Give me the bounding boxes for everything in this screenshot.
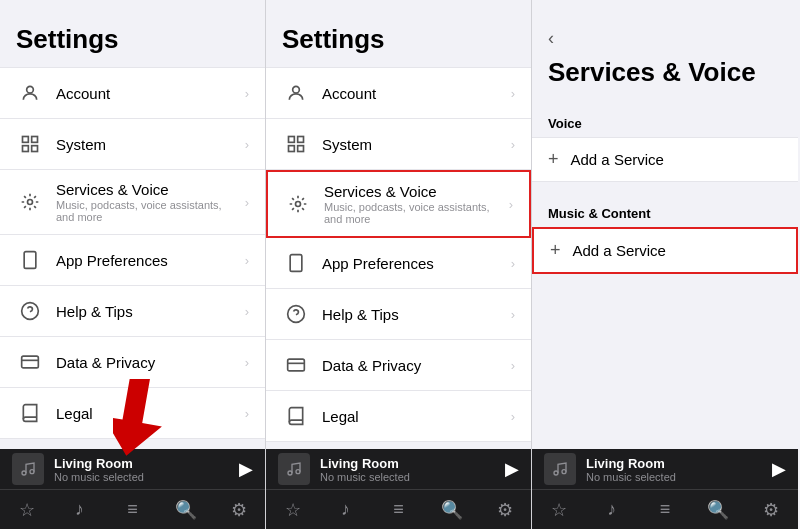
player-music-icon-2 (278, 453, 310, 485)
panel-2-list: Account › System › Services & Voice (266, 67, 531, 442)
player-track-2: No music selected (320, 471, 497, 483)
p2-help-icon (282, 300, 310, 328)
player-bar-1[interactable]: Living Room No music selected ▶ ☆ ♪ ≡ 🔍 … (0, 449, 265, 529)
account-label: Account (56, 85, 241, 102)
p2-settings-item-account[interactable]: Account › (266, 67, 531, 119)
player-music-icon-1 (12, 453, 44, 485)
nav-star-3[interactable]: ☆ (539, 490, 579, 530)
p2-chevron-icon: › (511, 137, 515, 152)
data-icon (16, 348, 44, 376)
nav-music-2[interactable]: ♪ (326, 490, 366, 530)
voice-section-header: Voice (532, 100, 798, 137)
player-top-3[interactable]: Living Room No music selected ▶ (532, 449, 798, 489)
p2-settings-item-data-privacy[interactable]: Data & Privacy › (266, 340, 531, 391)
chevron-icon: › (245, 253, 249, 268)
add-music-service-label: Add a Service (573, 242, 666, 259)
svg-point-30 (562, 470, 566, 474)
p2-grid-icon (282, 130, 310, 158)
chevron-icon: › (245, 304, 249, 319)
panel-3-content: ‹ Services & Voice Voice + Add a Service… (532, 0, 798, 449)
svg-point-5 (28, 200, 33, 205)
help-label: Help & Tips (56, 303, 241, 320)
p2-services-label: Services & Voice (324, 183, 505, 200)
red-arrow (113, 379, 183, 463)
settings-item-services[interactable]: Services & Voice Music, podcasts, voice … (0, 170, 265, 235)
svg-rect-6 (24, 252, 36, 269)
nav-music-3[interactable]: ♪ (592, 490, 632, 530)
book-icon (16, 399, 44, 427)
nav-music-1[interactable]: ♪ (60, 490, 100, 530)
svg-rect-4 (32, 146, 38, 152)
p2-settings-item-app-prefs[interactable]: App Preferences › (266, 238, 531, 289)
p2-services-text: Services & Voice Music, podcasts, voice … (324, 183, 505, 225)
panel-3: ‹ Services & Voice Voice + Add a Service… (532, 0, 798, 529)
play-button-2[interactable]: ▶ (505, 458, 519, 480)
settings-item-system[interactable]: System › (0, 119, 265, 170)
p2-book-icon (282, 402, 310, 430)
p2-chevron-icon: › (511, 358, 515, 373)
p2-chevron-icon: › (511, 86, 515, 101)
player-track-3: No music selected (586, 471, 764, 483)
nav-search-1[interactable]: 🔍 (166, 490, 206, 530)
p2-chevron-icon: › (509, 197, 513, 212)
svg-point-0 (27, 86, 34, 93)
player-bar-3[interactable]: Living Room No music selected ▶ ☆ ♪ ≡ 🔍 … (532, 449, 798, 529)
settings-item-app-prefs[interactable]: App Preferences › (0, 235, 265, 286)
p2-settings-item-system[interactable]: System › (266, 119, 531, 170)
chevron-icon: › (245, 406, 249, 421)
p2-help-label: Help & Tips (322, 306, 507, 323)
account-text: Account (56, 85, 241, 102)
services-text: Services & Voice Music, podcasts, voice … (56, 181, 241, 223)
svg-marker-12 (113, 379, 170, 459)
player-music-icon-3 (544, 453, 576, 485)
phone-icon (16, 246, 44, 274)
add-voice-service-item[interactable]: + Add a Service (532, 137, 798, 182)
svg-point-20 (296, 202, 301, 207)
nav-gear-3[interactable]: ⚙ (751, 490, 791, 530)
p2-phone-icon (282, 249, 310, 277)
nav-bars-2[interactable]: ≡ (379, 490, 419, 530)
panel-2-content: Settings Account › System › (266, 0, 531, 449)
chevron-icon: › (245, 137, 249, 152)
p2-settings-item-services[interactable]: Services & Voice Music, podcasts, voice … (266, 170, 531, 238)
add-music-service-item[interactable]: + Add a Service (532, 227, 798, 274)
services-icon (16, 188, 44, 216)
svg-rect-21 (290, 255, 302, 272)
settings-item-account[interactable]: Account › (0, 67, 265, 119)
p2-person-icon (282, 79, 310, 107)
nav-gear-1[interactable]: ⚙ (219, 490, 259, 530)
player-room-3: Living Room (586, 456, 764, 471)
nav-bars-1[interactable]: ≡ (113, 490, 153, 530)
nav-search-2[interactable]: 🔍 (432, 490, 472, 530)
nav-star-1[interactable]: ☆ (7, 490, 47, 530)
help-text: Help & Tips (56, 303, 241, 320)
svg-point-13 (22, 471, 26, 475)
svg-point-28 (296, 470, 300, 474)
p2-settings-item-legal[interactable]: Legal › (266, 391, 531, 442)
p2-legal-text: Legal (322, 408, 507, 425)
p2-chevron-icon: › (511, 307, 515, 322)
chevron-icon: › (245, 195, 249, 210)
nav-gear-2[interactable]: ⚙ (485, 490, 525, 530)
player-bar-2[interactable]: Living Room No music selected ▶ ☆ ♪ ≡ 🔍 … (266, 449, 531, 529)
p2-data-icon (282, 351, 310, 379)
nav-star-2[interactable]: ☆ (273, 490, 313, 530)
p2-account-text: Account (322, 85, 507, 102)
play-button-1[interactable]: ▶ (239, 458, 253, 480)
p2-app-prefs-text: App Preferences (322, 255, 507, 272)
app-prefs-label: App Preferences (56, 252, 241, 269)
nav-search-3[interactable]: 🔍 (698, 490, 738, 530)
panel-2: Settings Account › System › (266, 0, 532, 529)
p2-settings-item-help[interactable]: Help & Tips › (266, 289, 531, 340)
p2-help-text: Help & Tips (322, 306, 507, 323)
play-button-3[interactable]: ▶ (772, 458, 786, 480)
p2-services-icon (284, 190, 312, 218)
svg-rect-17 (298, 137, 304, 143)
back-button[interactable]: ‹ (532, 16, 798, 49)
settings-item-help[interactable]: Help & Tips › (0, 286, 265, 337)
p2-system-label: System (322, 136, 507, 153)
p2-data-privacy-text: Data & Privacy (322, 357, 507, 374)
svg-rect-18 (289, 146, 295, 152)
nav-bars-3[interactable]: ≡ (645, 490, 685, 530)
player-top-2[interactable]: Living Room No music selected ▶ (266, 449, 531, 489)
